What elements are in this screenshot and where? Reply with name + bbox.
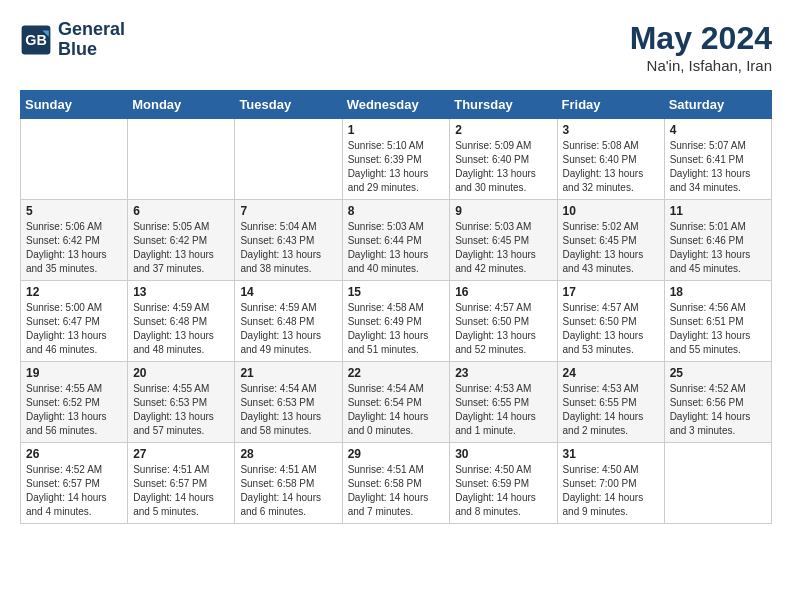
calendar-day-cell (664, 443, 771, 524)
day-number: 21 (240, 366, 336, 380)
day-number: 8 (348, 204, 445, 218)
calendar-day-cell: 9Sunrise: 5:03 AM Sunset: 6:45 PM Daylig… (450, 200, 557, 281)
day-number: 27 (133, 447, 229, 461)
day-number: 26 (26, 447, 122, 461)
day-info: Sunrise: 4:59 AM Sunset: 6:48 PM Dayligh… (133, 301, 229, 357)
day-info: Sunrise: 4:54 AM Sunset: 6:53 PM Dayligh… (240, 382, 336, 438)
calendar-day-cell: 10Sunrise: 5:02 AM Sunset: 6:45 PM Dayli… (557, 200, 664, 281)
day-number: 14 (240, 285, 336, 299)
calendar-table: SundayMondayTuesdayWednesdayThursdayFrid… (20, 90, 772, 524)
day-info: Sunrise: 4:55 AM Sunset: 6:53 PM Dayligh… (133, 382, 229, 438)
day-info: Sunrise: 4:50 AM Sunset: 6:59 PM Dayligh… (455, 463, 551, 519)
calendar-header-row: SundayMondayTuesdayWednesdayThursdayFrid… (21, 91, 772, 119)
location: Na'in, Isfahan, Iran (630, 57, 772, 74)
calendar-day-cell: 19Sunrise: 4:55 AM Sunset: 6:52 PM Dayli… (21, 362, 128, 443)
page-header: GB General Blue May 2024 Na'in, Isfahan,… (20, 20, 772, 74)
day-number: 24 (563, 366, 659, 380)
weekday-header: Thursday (450, 91, 557, 119)
calendar-day-cell: 2Sunrise: 5:09 AM Sunset: 6:40 PM Daylig… (450, 119, 557, 200)
calendar-day-cell: 23Sunrise: 4:53 AM Sunset: 6:55 PM Dayli… (450, 362, 557, 443)
calendar-day-cell: 4Sunrise: 5:07 AM Sunset: 6:41 PM Daylig… (664, 119, 771, 200)
day-info: Sunrise: 4:51 AM Sunset: 6:58 PM Dayligh… (348, 463, 445, 519)
day-number: 13 (133, 285, 229, 299)
logo-icon: GB (20, 24, 52, 56)
day-info: Sunrise: 5:10 AM Sunset: 6:39 PM Dayligh… (348, 139, 445, 195)
day-number: 17 (563, 285, 659, 299)
weekday-header: Tuesday (235, 91, 342, 119)
calendar-day-cell: 27Sunrise: 4:51 AM Sunset: 6:57 PM Dayli… (128, 443, 235, 524)
calendar-day-cell: 8Sunrise: 5:03 AM Sunset: 6:44 PM Daylig… (342, 200, 450, 281)
month-title: May 2024 (630, 20, 772, 57)
day-info: Sunrise: 5:01 AM Sunset: 6:46 PM Dayligh… (670, 220, 766, 276)
weekday-header: Saturday (664, 91, 771, 119)
day-number: 11 (670, 204, 766, 218)
day-number: 19 (26, 366, 122, 380)
day-info: Sunrise: 4:51 AM Sunset: 6:57 PM Dayligh… (133, 463, 229, 519)
calendar-day-cell: 28Sunrise: 4:51 AM Sunset: 6:58 PM Dayli… (235, 443, 342, 524)
weekday-header: Sunday (21, 91, 128, 119)
calendar-day-cell: 31Sunrise: 4:50 AM Sunset: 7:00 PM Dayli… (557, 443, 664, 524)
calendar-day-cell: 1Sunrise: 5:10 AM Sunset: 6:39 PM Daylig… (342, 119, 450, 200)
title-block: May 2024 Na'in, Isfahan, Iran (630, 20, 772, 74)
calendar-day-cell: 24Sunrise: 4:53 AM Sunset: 6:55 PM Dayli… (557, 362, 664, 443)
logo-line1: General (58, 20, 125, 40)
calendar-day-cell: 25Sunrise: 4:52 AM Sunset: 6:56 PM Dayli… (664, 362, 771, 443)
day-number: 12 (26, 285, 122, 299)
day-info: Sunrise: 4:52 AM Sunset: 6:57 PM Dayligh… (26, 463, 122, 519)
day-info: Sunrise: 4:59 AM Sunset: 6:48 PM Dayligh… (240, 301, 336, 357)
day-number: 2 (455, 123, 551, 137)
calendar-day-cell: 11Sunrise: 5:01 AM Sunset: 6:46 PM Dayli… (664, 200, 771, 281)
calendar-day-cell: 15Sunrise: 4:58 AM Sunset: 6:49 PM Dayli… (342, 281, 450, 362)
calendar-week-row: 5Sunrise: 5:06 AM Sunset: 6:42 PM Daylig… (21, 200, 772, 281)
calendar-day-cell: 7Sunrise: 5:04 AM Sunset: 6:43 PM Daylig… (235, 200, 342, 281)
day-number: 30 (455, 447, 551, 461)
day-info: Sunrise: 5:03 AM Sunset: 6:45 PM Dayligh… (455, 220, 551, 276)
day-info: Sunrise: 4:53 AM Sunset: 6:55 PM Dayligh… (563, 382, 659, 438)
day-number: 28 (240, 447, 336, 461)
day-number: 29 (348, 447, 445, 461)
calendar-day-cell: 17Sunrise: 4:57 AM Sunset: 6:50 PM Dayli… (557, 281, 664, 362)
day-info: Sunrise: 5:06 AM Sunset: 6:42 PM Dayligh… (26, 220, 122, 276)
calendar-day-cell (21, 119, 128, 200)
day-info: Sunrise: 4:58 AM Sunset: 6:49 PM Dayligh… (348, 301, 445, 357)
day-info: Sunrise: 5:05 AM Sunset: 6:42 PM Dayligh… (133, 220, 229, 276)
calendar-week-row: 1Sunrise: 5:10 AM Sunset: 6:39 PM Daylig… (21, 119, 772, 200)
calendar-week-row: 12Sunrise: 5:00 AM Sunset: 6:47 PM Dayli… (21, 281, 772, 362)
day-number: 18 (670, 285, 766, 299)
day-number: 20 (133, 366, 229, 380)
day-info: Sunrise: 4:52 AM Sunset: 6:56 PM Dayligh… (670, 382, 766, 438)
calendar-day-cell: 20Sunrise: 4:55 AM Sunset: 6:53 PM Dayli… (128, 362, 235, 443)
calendar-week-row: 26Sunrise: 4:52 AM Sunset: 6:57 PM Dayli… (21, 443, 772, 524)
day-info: Sunrise: 4:51 AM Sunset: 6:58 PM Dayligh… (240, 463, 336, 519)
calendar-day-cell: 13Sunrise: 4:59 AM Sunset: 6:48 PM Dayli… (128, 281, 235, 362)
day-info: Sunrise: 4:57 AM Sunset: 6:50 PM Dayligh… (455, 301, 551, 357)
calendar-day-cell: 6Sunrise: 5:05 AM Sunset: 6:42 PM Daylig… (128, 200, 235, 281)
calendar-day-cell: 21Sunrise: 4:54 AM Sunset: 6:53 PM Dayli… (235, 362, 342, 443)
day-info: Sunrise: 4:56 AM Sunset: 6:51 PM Dayligh… (670, 301, 766, 357)
day-number: 15 (348, 285, 445, 299)
day-info: Sunrise: 5:08 AM Sunset: 6:40 PM Dayligh… (563, 139, 659, 195)
logo-line2: Blue (58, 40, 125, 60)
day-number: 3 (563, 123, 659, 137)
calendar-day-cell: 18Sunrise: 4:56 AM Sunset: 6:51 PM Dayli… (664, 281, 771, 362)
calendar-day-cell: 12Sunrise: 5:00 AM Sunset: 6:47 PM Dayli… (21, 281, 128, 362)
day-info: Sunrise: 5:03 AM Sunset: 6:44 PM Dayligh… (348, 220, 445, 276)
weekday-header: Wednesday (342, 91, 450, 119)
day-info: Sunrise: 5:09 AM Sunset: 6:40 PM Dayligh… (455, 139, 551, 195)
day-number: 10 (563, 204, 659, 218)
day-number: 31 (563, 447, 659, 461)
day-info: Sunrise: 4:57 AM Sunset: 6:50 PM Dayligh… (563, 301, 659, 357)
day-info: Sunrise: 4:53 AM Sunset: 6:55 PM Dayligh… (455, 382, 551, 438)
day-info: Sunrise: 4:54 AM Sunset: 6:54 PM Dayligh… (348, 382, 445, 438)
calendar-day-cell: 30Sunrise: 4:50 AM Sunset: 6:59 PM Dayli… (450, 443, 557, 524)
calendar-day-cell: 22Sunrise: 4:54 AM Sunset: 6:54 PM Dayli… (342, 362, 450, 443)
day-number: 4 (670, 123, 766, 137)
calendar-day-cell: 14Sunrise: 4:59 AM Sunset: 6:48 PM Dayli… (235, 281, 342, 362)
calendar-day-cell (128, 119, 235, 200)
logo: GB General Blue (20, 20, 125, 60)
calendar-day-cell: 3Sunrise: 5:08 AM Sunset: 6:40 PM Daylig… (557, 119, 664, 200)
calendar-day-cell: 26Sunrise: 4:52 AM Sunset: 6:57 PM Dayli… (21, 443, 128, 524)
day-info: Sunrise: 4:50 AM Sunset: 7:00 PM Dayligh… (563, 463, 659, 519)
day-info: Sunrise: 5:04 AM Sunset: 6:43 PM Dayligh… (240, 220, 336, 276)
day-number: 16 (455, 285, 551, 299)
